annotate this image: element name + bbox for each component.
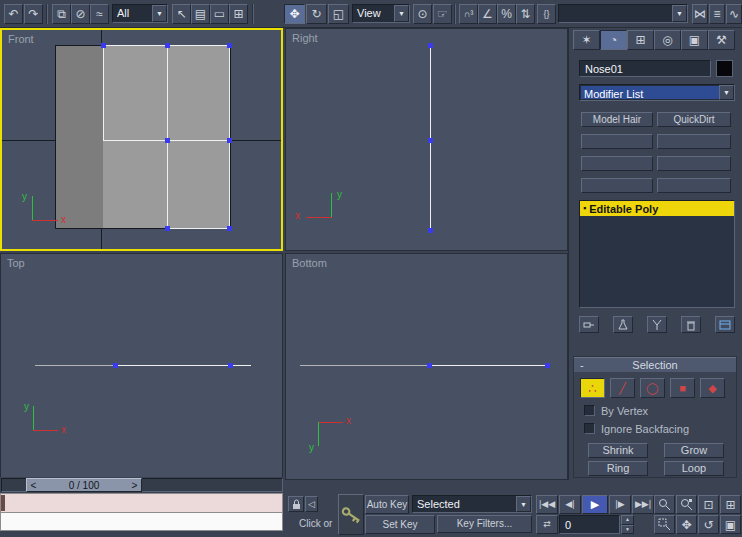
subobject-vertex-icon[interactable]: ∴: [580, 378, 605, 398]
time-forward-arrow[interactable]: >: [128, 480, 141, 491]
grow-button[interactable]: Grow: [664, 443, 724, 458]
redo-icon[interactable]: ↷: [24, 4, 43, 24]
vertex-handle[interactable]: [428, 228, 433, 233]
zoom-extents-all-icon[interactable]: ⊞: [720, 495, 741, 514]
viewport-front[interactable]: Front y x: [0, 28, 283, 251]
key-filters-button[interactable]: Key Filters...: [437, 515, 532, 533]
by-vertex-checkbox[interactable]: [584, 405, 595, 416]
percent-snap-icon[interactable]: %: [497, 4, 516, 24]
play-icon[interactable]: ▶: [582, 495, 608, 514]
select-and-scale-icon[interactable]: ◱: [328, 4, 349, 24]
frame-spinner[interactable]: ▲ ▼: [621, 515, 634, 534]
chevron-down-icon[interactable]: ▼: [672, 5, 687, 22]
configure-modifier-sets-icon[interactable]: [715, 316, 735, 333]
select-object-icon[interactable]: ↖: [172, 4, 191, 24]
tab-display[interactable]: ▣: [681, 30, 708, 50]
modifier-button-quickdirt[interactable]: QuickDirt: [657, 112, 731, 127]
modifier-onoff-icon[interactable]: ▪: [583, 204, 586, 213]
rectangular-selection-region-icon[interactable]: ▭: [210, 4, 229, 24]
current-frame-field[interactable]: 0: [559, 515, 620, 534]
select-by-name-icon[interactable]: ▤: [191, 4, 210, 24]
window-crossing-icon[interactable]: ⊞: [229, 4, 248, 24]
unlink-selection-icon[interactable]: ⊘: [71, 4, 90, 24]
modifier-list-dropdown[interactable]: Modifier List ▼: [579, 84, 735, 101]
mirror-icon[interactable]: ⋈: [692, 4, 708, 24]
chevron-down-icon[interactable]: ▼: [516, 496, 531, 512]
select-and-rotate-icon[interactable]: ↻: [306, 4, 327, 24]
lock-selection-icon[interactable]: [288, 496, 304, 512]
vertex-handle[interactable]: [427, 363, 432, 368]
edit-named-selections-icon[interactable]: {}: [537, 4, 556, 24]
selection-filter-dropdown[interactable]: All ▼: [112, 4, 168, 23]
listener-drag-handle[interactable]: [1, 495, 5, 511]
vertex-handle[interactable]: [227, 43, 232, 48]
vertex-handle[interactable]: [165, 138, 170, 143]
zoom-region-icon[interactable]: [654, 515, 675, 534]
select-and-manipulate-icon[interactable]: ☞: [433, 4, 452, 24]
subobject-polygon-icon[interactable]: ■: [670, 378, 695, 398]
vertex-handle[interactable]: [428, 43, 433, 48]
make-unique-icon[interactable]: [647, 316, 667, 333]
auto-key-button[interactable]: Auto Key: [365, 495, 409, 514]
vertex-handle[interactable]: [227, 226, 232, 231]
time-slider-track[interactable]: < 0 / 100 >: [0, 477, 284, 493]
align-icon[interactable]: ≡: [709, 4, 725, 24]
set-key-button[interactable]: Set Key: [365, 515, 435, 534]
curve-editor-icon[interactable]: ∿: [726, 4, 742, 24]
subobject-border-icon[interactable]: ◯: [640, 378, 665, 398]
vertex-handle[interactable]: [228, 363, 233, 368]
spinner-snap-icon[interactable]: ⇅: [516, 4, 535, 24]
named-selection-dropdown[interactable]: ▼: [558, 4, 688, 23]
time-slider-handle[interactable]: < 0 / 100 >: [26, 478, 142, 492]
spinner-up-icon[interactable]: ▲: [621, 515, 634, 525]
zoom-all-icon[interactable]: [676, 495, 697, 514]
vertex-handle[interactable]: [113, 363, 118, 368]
zoom-extents-icon[interactable]: ⊡: [698, 495, 719, 514]
viewport-bottom[interactable]: Bottom x y: [285, 253, 568, 480]
modifier-button-empty[interactable]: [581, 134, 653, 149]
modifier-button-empty[interactable]: [581, 156, 653, 171]
viewport-top[interactable]: Top y x: [0, 253, 283, 480]
zoom-icon[interactable]: [654, 495, 675, 514]
tab-create[interactable]: ✶: [573, 30, 600, 50]
chevron-down-icon[interactable]: ▼: [394, 5, 409, 22]
set-key-mode-icon[interactable]: [338, 494, 364, 535]
show-end-result-icon[interactable]: [613, 316, 633, 333]
stack-item-editable-poly[interactable]: ▪ Editable Poly: [580, 201, 734, 216]
arc-rotate-icon[interactable]: ↺: [698, 515, 719, 534]
remove-modifier-icon[interactable]: [681, 316, 701, 333]
tab-hierarchy[interactable]: ⊞: [627, 30, 654, 50]
modifier-stack-list[interactable]: ▪ Editable Poly: [579, 200, 735, 308]
modifier-button-empty[interactable]: [657, 178, 731, 193]
subobject-edge-icon[interactable]: ╱: [610, 378, 635, 398]
bind-to-spacewarp-icon[interactable]: ≈: [90, 4, 109, 24]
pin-stack-icon[interactable]: [579, 316, 599, 333]
vertex-handle[interactable]: [165, 226, 170, 231]
snap-toggle-3d-icon[interactable]: ∩³: [459, 4, 478, 24]
vertex-handle[interactable]: [165, 43, 170, 48]
selected-filter-dropdown[interactable]: Selected ▼: [412, 495, 532, 513]
select-and-link-icon[interactable]: ⧉: [52, 4, 71, 24]
tab-modify[interactable]: ◔: [600, 30, 627, 50]
listener-line[interactable]: [0, 512, 283, 531]
absolute-offset-toggle-icon[interactable]: ◁: [305, 496, 318, 512]
viewport-right[interactable]: Right x y: [285, 28, 568, 251]
macro-recorder-line[interactable]: [0, 493, 283, 512]
ring-button[interactable]: Ring: [588, 461, 648, 476]
previous-frame-icon[interactable]: ◀|: [559, 495, 581, 514]
undo-icon[interactable]: ↶: [4, 4, 23, 24]
key-mode-toggle-icon[interactable]: ⇄: [536, 515, 558, 534]
go-to-start-icon[interactable]: |◀◀: [536, 495, 558, 514]
select-and-move-icon[interactable]: ✥: [284, 4, 305, 24]
vertex-handle[interactable]: [545, 363, 550, 368]
object-name-field[interactable]: Nose01: [579, 60, 711, 77]
reference-coordinate-dropdown[interactable]: View ▼: [352, 4, 410, 23]
angle-snap-icon[interactable]: ∠: [478, 4, 497, 24]
subobject-element-icon[interactable]: ◆: [700, 378, 725, 398]
next-frame-icon[interactable]: |▶: [609, 495, 631, 514]
min-max-toggle-icon[interactable]: ▣: [720, 515, 741, 534]
selection-rollout-header[interactable]: - Selection: [574, 357, 736, 372]
time-back-arrow[interactable]: <: [27, 480, 40, 491]
loop-button[interactable]: Loop: [664, 461, 724, 476]
object-color-swatch[interactable]: [716, 60, 733, 77]
